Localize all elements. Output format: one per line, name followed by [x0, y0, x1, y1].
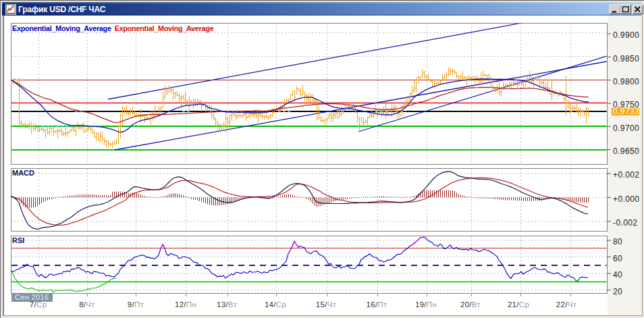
svg-text:40: 40 — [613, 270, 622, 280]
svg-text:19/Пн: 19/Пн — [415, 300, 437, 309]
svg-text:15/Чт: 15/Чт — [316, 300, 337, 309]
svg-text:22/Чт: 22/Чт — [556, 300, 577, 309]
svg-text:13/Вт: 13/Вт — [217, 300, 237, 309]
svg-text:График USD /CHF ЧАС: График USD /CHF ЧАС — [18, 5, 106, 14]
svg-text:0.9850: 0.9850 — [613, 54, 639, 63]
svg-text:0.9650: 0.9650 — [613, 147, 639, 156]
svg-text:80: 80 — [613, 237, 622, 246]
svg-text:12/Пн: 12/Пн — [175, 300, 196, 309]
svg-text:MACD: MACD — [12, 169, 34, 177]
svg-text:0.9900: 0.9900 — [613, 30, 639, 40]
svg-text:-0.002: -0.002 — [613, 218, 637, 228]
svg-text:60: 60 — [613, 254, 622, 263]
svg-text:0.9733: 0.9733 — [613, 107, 639, 116]
svg-text:+0.002: +0.002 — [613, 170, 639, 180]
svg-text:0.9800: 0.9800 — [613, 77, 639, 86]
svg-text:9/Пт: 9/Пт — [128, 300, 144, 309]
svg-text:0.9700: 0.9700 — [613, 124, 639, 133]
svg-text:+0.000: +0.000 — [613, 194, 639, 204]
svg-text:21/Ср: 21/Ср — [508, 300, 529, 309]
svg-text:8/Чт: 8/Чт — [79, 300, 95, 309]
svg-text:20: 20 — [613, 287, 622, 296]
svg-text:RSI: RSI — [12, 236, 24, 244]
svg-text:14/Ср: 14/Ср — [265, 300, 286, 309]
svg-text:20/Вт: 20/Вт — [460, 300, 481, 309]
svg-text:16/Пт: 16/Пт — [366, 300, 387, 309]
svg-text:Сен 2016: Сен 2016 — [15, 293, 49, 301]
